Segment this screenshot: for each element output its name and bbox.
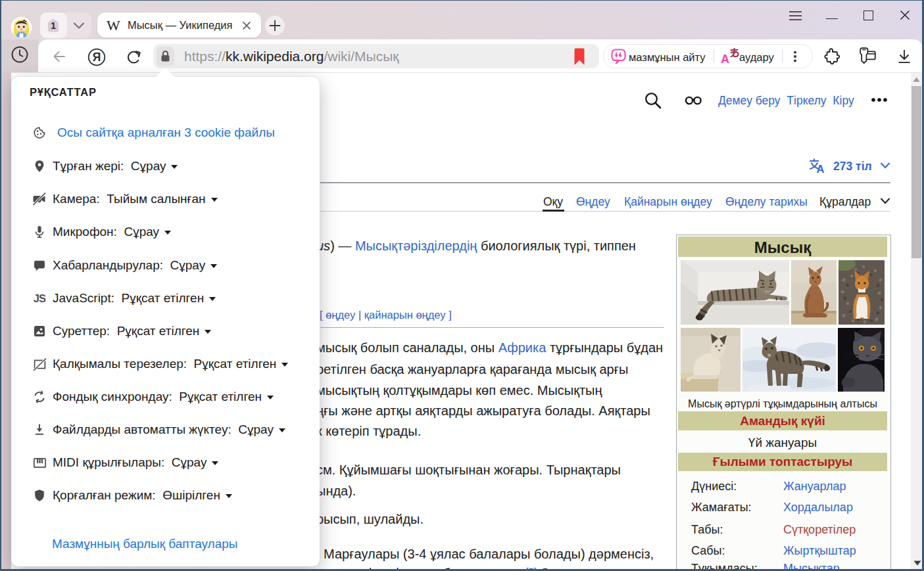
svg-text:A: A (721, 53, 729, 66)
svg-text:Я: Я (93, 51, 101, 64)
svg-text:1: 1 (51, 20, 56, 31)
svg-text:A: A (817, 163, 825, 173)
